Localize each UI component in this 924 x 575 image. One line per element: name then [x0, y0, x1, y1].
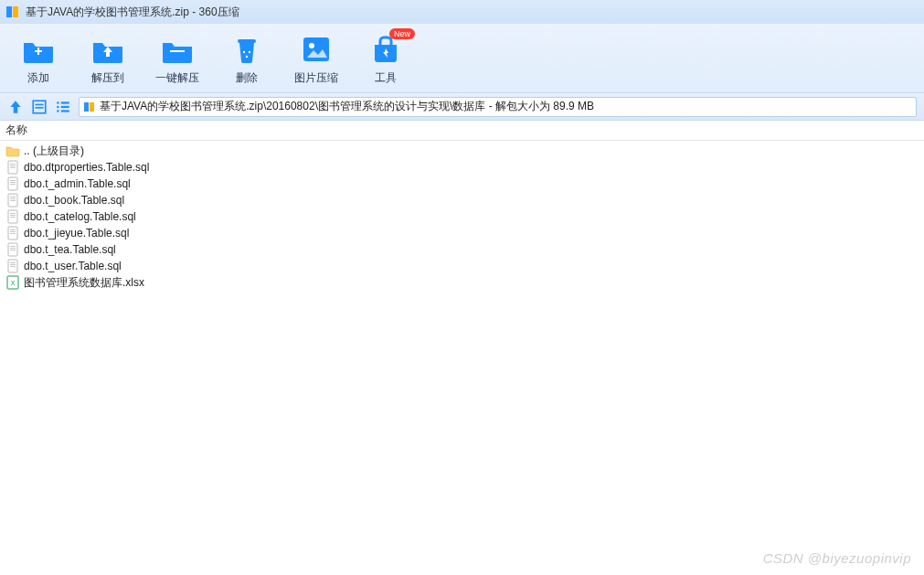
- svg-rect-33: [10, 200, 16, 201]
- svg-rect-47: [10, 262, 16, 263]
- folder-lightning-icon: [161, 34, 194, 65]
- folder-icon: [5, 144, 20, 158]
- svg-rect-9: [303, 37, 329, 61]
- svg-rect-16: [57, 105, 58, 107]
- parent-directory-row[interactable]: .. (上级目录): [0, 143, 924, 159]
- svg-rect-19: [61, 110, 69, 112]
- svg-rect-14: [57, 101, 58, 103]
- excel-icon: X: [5, 275, 20, 290]
- svg-rect-24: [10, 165, 16, 166]
- svg-point-7: [249, 51, 250, 53]
- tools-label: 工具: [375, 70, 397, 86]
- tools-button[interactable]: New 工具: [364, 34, 408, 86]
- svg-rect-25: [10, 167, 16, 168]
- file-name: dbo.t_catelog.Table.sql: [24, 210, 136, 223]
- title-bar: 基于JAVA的学校图书管理系统.zip - 360压缩: [0, 0, 924, 24]
- image-icon: [300, 34, 333, 65]
- file-row[interactable]: dbo.t_catelog.Table.sql: [0, 208, 924, 225]
- path-box[interactable]: 基于JAVA的学校图书管理系统.zip\20160802\图书管理系统的设计与实…: [79, 97, 917, 117]
- svg-rect-41: [10, 233, 16, 234]
- svg-point-8: [246, 56, 248, 58]
- svg-rect-29: [10, 184, 16, 185]
- file-row[interactable]: dbo.t_user.Table.sql: [0, 258, 924, 274]
- file-list: .. (上级目录)dbo.dtproperties.Table.sqldbo.t…: [0, 141, 924, 293]
- file-icon: [5, 259, 20, 273]
- one-click-extract-button[interactable]: 一键解压: [155, 34, 199, 86]
- watermark: CSDN @biyezuopinvip: [763, 550, 911, 566]
- file-icon: [5, 176, 20, 191]
- file-row[interactable]: dbo.t_admin.Table.sql: [0, 176, 924, 192]
- svg-rect-13: [36, 107, 44, 109]
- archive-icon: [83, 101, 96, 113]
- svg-text:X: X: [11, 280, 16, 286]
- file-name: dbo.t_admin.Table.sql: [24, 177, 131, 190]
- svg-rect-31: [10, 197, 16, 197]
- window-title: 基于JAVA的学校图书管理系统.zip - 360压缩: [26, 5, 239, 20]
- file-name: dbo.t_jieyue.Table.sql: [24, 227, 129, 240]
- svg-rect-23: [10, 164, 16, 165]
- svg-rect-39: [10, 229, 16, 230]
- file-row[interactable]: X图书管理系统数据库.xlsx: [0, 274, 924, 291]
- svg-rect-40: [10, 231, 16, 232]
- new-badge: New: [389, 28, 415, 39]
- file-name: 图书管理系统数据库.xlsx: [24, 275, 144, 291]
- file-name: dbo.t_user.Table.sql: [24, 260, 122, 272]
- file-row[interactable]: dbo.t_jieyue.Table.sql: [0, 225, 924, 241]
- svg-rect-28: [10, 182, 16, 183]
- svg-rect-20: [84, 102, 89, 112]
- svg-rect-3: [37, 48, 39, 55]
- extract-to-label: 解压到: [91, 70, 124, 86]
- file-name: dbo.t_tea.Table.sql: [24, 243, 116, 256]
- file-row[interactable]: dbo.t_book.Table.sql: [0, 192, 924, 208]
- folder-plus-icon: [22, 34, 55, 65]
- svg-rect-15: [61, 101, 69, 103]
- extract-to-button[interactable]: 解压到: [86, 34, 130, 86]
- add-button[interactable]: 添加: [16, 34, 60, 86]
- svg-rect-49: [10, 266, 16, 267]
- file-icon: [5, 209, 20, 224]
- svg-point-10: [309, 43, 314, 48]
- navigation-bar: 基于JAVA的学校图书管理系统.zip\20160802\图书管理系统的设计与实…: [0, 93, 924, 121]
- svg-rect-43: [10, 246, 16, 247]
- path-text: 基于JAVA的学校图书管理系统.zip\20160802\图书管理系统的设计与实…: [100, 99, 594, 114]
- column-name: 名称: [5, 122, 27, 138]
- svg-rect-12: [36, 103, 44, 105]
- column-header[interactable]: 名称: [0, 121, 924, 141]
- file-icon: [5, 193, 20, 208]
- svg-rect-18: [57, 110, 58, 112]
- folder-up-icon: [91, 34, 124, 65]
- file-icon: [5, 226, 20, 240]
- svg-rect-36: [10, 215, 16, 216]
- svg-rect-0: [6, 6, 12, 17]
- file-row[interactable]: dbo.dtproperties.Table.sql: [0, 159, 924, 176]
- file-row[interactable]: dbo.t_tea.Table.sql: [0, 241, 924, 258]
- up-arrow-icon[interactable]: [7, 99, 24, 115]
- svg-rect-45: [10, 250, 16, 250]
- svg-rect-17: [61, 105, 69, 107]
- view-list-icon[interactable]: [55, 99, 71, 115]
- file-name: .. (上级目录): [24, 144, 84, 159]
- svg-rect-44: [10, 248, 16, 249]
- svg-rect-4: [170, 50, 185, 52]
- svg-rect-27: [10, 180, 16, 181]
- delete-button[interactable]: 删除: [225, 34, 269, 86]
- file-name: dbo.dtproperties.Table.sql: [24, 161, 149, 174]
- image-compress-button[interactable]: 图片压缩: [294, 34, 338, 86]
- svg-rect-32: [10, 198, 16, 199]
- one-click-label: 一键解压: [155, 70, 199, 86]
- view-details-icon[interactable]: [31, 99, 48, 115]
- delete-label: 删除: [236, 70, 258, 86]
- file-icon: [5, 160, 20, 175]
- svg-rect-1: [13, 6, 18, 17]
- app-icon: [5, 5, 20, 19]
- add-label: 添加: [27, 70, 49, 86]
- file-name: dbo.t_book.Table.sql: [24, 194, 124, 207]
- file-icon: [5, 242, 20, 257]
- svg-rect-37: [10, 217, 16, 218]
- svg-point-6: [243, 51, 245, 53]
- svg-rect-48: [10, 264, 16, 265]
- svg-rect-35: [10, 213, 16, 214]
- svg-rect-21: [90, 102, 94, 112]
- svg-rect-5: [238, 39, 256, 43]
- toolbar: 添加 解压到 一键解压 删除 图片压缩 New 工具: [0, 24, 924, 93]
